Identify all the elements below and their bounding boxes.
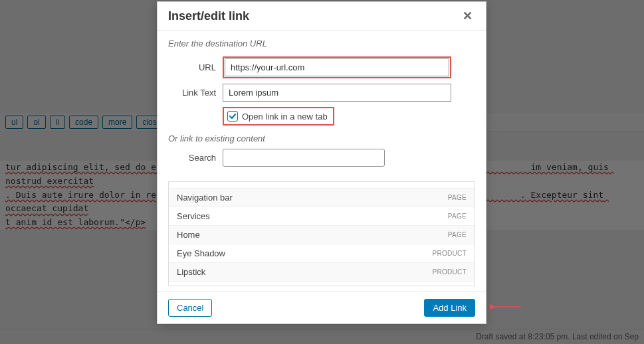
item-title: Navigation bar xyxy=(177,193,233,203)
existing-content-list[interactable]: About Us PAGE Navigation bar PAGE Servic… xyxy=(168,181,475,286)
list-item[interactable]: Navigation bar PAGE xyxy=(169,189,475,207)
cancel-button[interactable]: Cancel xyxy=(168,299,212,317)
dialog-header: Insert/edit link ✕ xyxy=(158,2,486,31)
list-item[interactable]: Makeup Set PRODUCT xyxy=(169,282,475,286)
new-tab-checkbox-row[interactable]: Open link in a new tab xyxy=(223,107,334,126)
link-text-input[interactable] xyxy=(223,84,451,102)
list-item[interactable]: About Us PAGE xyxy=(169,181,475,189)
search-label: Search xyxy=(168,153,223,163)
close-button[interactable]: ✕ xyxy=(460,9,475,23)
url-row: URL xyxy=(168,56,475,78)
item-title: Lipstick xyxy=(177,267,205,277)
link-text-row: Link Text xyxy=(168,84,475,102)
item-meta: PAGE xyxy=(448,181,467,183)
new-tab-label: Open link in a new tab xyxy=(242,112,328,122)
dialog-title: Insert/edit link xyxy=(168,9,249,23)
check-icon xyxy=(229,112,237,120)
dialog-footer: Cancel Add Link xyxy=(158,292,486,323)
insert-link-dialog: Insert/edit link ✕ Enter the destination… xyxy=(157,1,486,324)
url-label: URL xyxy=(168,62,223,72)
item-title: Home xyxy=(177,230,200,240)
dialog-body: Enter the destination URL URL Link Text … xyxy=(158,31,486,292)
list-item[interactable]: Eye Shadow PRODUCT xyxy=(169,244,475,263)
item-meta: PRODUCT xyxy=(432,268,467,276)
close-icon: ✕ xyxy=(463,9,473,23)
add-link-button[interactable]: Add Link xyxy=(424,299,475,317)
search-row: Search xyxy=(168,149,475,167)
item-title: Services xyxy=(177,211,210,221)
item-meta: PAGE xyxy=(448,213,467,220)
search-input[interactable] xyxy=(223,149,385,167)
link-text-label: Link Text xyxy=(168,88,223,98)
item-meta: PAGE xyxy=(448,194,467,201)
item-meta: PAGE xyxy=(448,231,467,238)
url-input[interactable] xyxy=(225,58,449,76)
item-meta: PRODUCT xyxy=(432,250,467,257)
list-item[interactable]: Lipstick PRODUCT xyxy=(169,263,475,282)
destination-instruction: Enter the destination URL xyxy=(168,39,475,48)
list-item[interactable]: Services PAGE xyxy=(169,207,475,226)
list-item[interactable]: Home PAGE xyxy=(169,226,475,244)
item-title: About Us xyxy=(177,181,212,184)
new-tab-checkbox[interactable] xyxy=(227,111,238,122)
existing-instruction: Or link to existing content xyxy=(168,133,475,143)
item-title: Makeup Set xyxy=(177,286,223,286)
item-title: Eye Shadow xyxy=(177,248,225,258)
